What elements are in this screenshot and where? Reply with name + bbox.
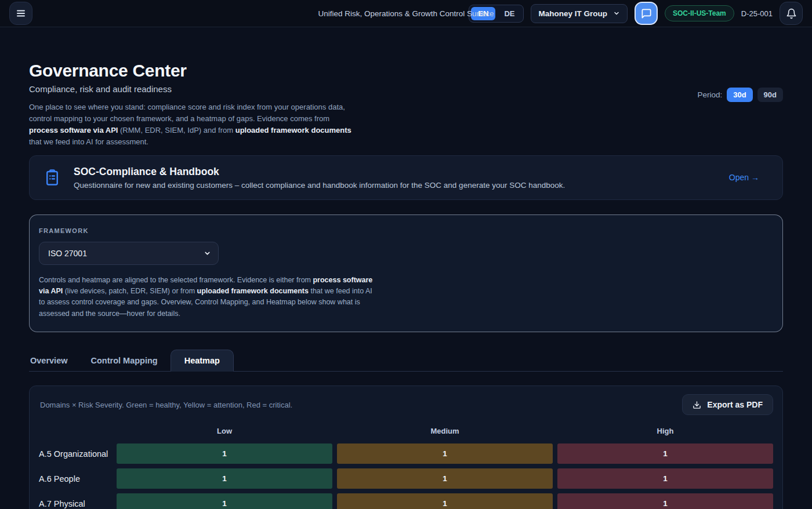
soc-compliance-card[interactable]: SOC-Compliance & Handbook Questionnaire … [29, 155, 783, 200]
framework-select[interactable]: ISO 27001 [39, 242, 219, 265]
fw-desc-bold: uploaded framework documents [197, 287, 309, 295]
fw-desc-text: Controls and heatmap are aligned to the … [39, 276, 313, 284]
tab-control-mapping[interactable]: Control Mapping [90, 350, 159, 371]
heatmap-col-low: Low [117, 422, 332, 439]
page-header-text: Governance Center Compliance, risk and a… [29, 61, 357, 148]
lang-de-button[interactable]: DE [497, 7, 521, 20]
period-label: Period: [697, 90, 722, 99]
desc-text: (RMM, EDR, SIEM, IdP) and from [118, 126, 235, 134]
heatmap-panel: Domains × Risk Severity. Green = healthy… [29, 386, 783, 509]
page-subtitle: Compliance, risk and audit readiness [29, 84, 357, 94]
heatmap-cell-a5-high[interactable]: 1 [557, 443, 773, 464]
org-select[interactable]: Mahoney IT Group [531, 4, 628, 23]
heatmap-cell-a6-medium[interactable]: 1 [337, 468, 553, 489]
page-description: One place to see where you stand: compli… [29, 101, 357, 148]
export-pdf-button[interactable]: Export as PDF [682, 394, 773, 415]
export-pdf-label: Export as PDF [707, 400, 763, 409]
desc-text: that we feed into AI for assessment. [29, 137, 148, 146]
heatmap-cell-a7-low[interactable]: 1 [117, 493, 332, 509]
heatmap-cell-a7-medium[interactable]: 1 [337, 493, 553, 509]
heatmap-cell-a5-low[interactable]: 1 [117, 443, 332, 464]
framework-select-wrap: ISO 27001 [39, 242, 219, 265]
topbar-controls: EN DE Mahoney IT Group SOC-II-US-Team D-… [469, 2, 803, 25]
chevron-down-icon [613, 10, 620, 17]
menu-button[interactable] [9, 2, 32, 25]
heatmap-row-label: A.5 Organizational [39, 449, 112, 459]
heatmap-row-label: A.7 Physical [39, 499, 112, 508]
soc-card-text: SOC-Compliance & Handbook Questionnaire … [74, 166, 565, 190]
doc-id: D-25-001 [741, 9, 773, 18]
heatmap-corner [39, 427, 112, 435]
desc-text: One place to see where you stand: compli… [29, 103, 345, 123]
team-badge: SOC-II-US-Team [665, 5, 734, 21]
heatmap-cell-a5-medium[interactable]: 1 [337, 443, 553, 464]
desc-bold: uploaded framework documents [235, 126, 351, 134]
framework-description: Controls and heatmap are aligned to the … [39, 275, 375, 320]
tab-overview[interactable]: Overview [29, 350, 69, 371]
page-header: Governance Center Compliance, risk and a… [29, 61, 783, 148]
heatmap-legend-note: Domains × Risk Severity. Green = healthy… [39, 401, 292, 409]
download-icon [693, 401, 701, 409]
soc-card-subtitle: Questionnaire for new and existing custo… [74, 181, 565, 190]
tab-heatmap[interactable]: Heatmap [171, 350, 234, 372]
tab-bar: Overview Control Mapping Heatmap [29, 350, 783, 372]
heatmap-col-medium: Medium [337, 422, 553, 439]
app-title: Unified Risk, Operations & Growth Contro… [318, 9, 494, 18]
clipboard-icon [44, 169, 61, 186]
period-90d-button[interactable]: 90d [757, 88, 783, 102]
hamburger-icon [16, 8, 26, 19]
heatmap-grid: Low Medium High A.5 Organizational 1 1 1… [39, 422, 773, 509]
org-select-value: Mahoney IT Group [538, 9, 607, 18]
topbar: Unified Risk, Operations & Growth Contro… [0, 0, 812, 27]
desc-bold: process software via API [29, 126, 118, 134]
heatmap-cell-a6-high[interactable]: 1 [557, 468, 773, 489]
bell-icon [786, 8, 797, 19]
period-selector: Period: 30d 90d [697, 88, 783, 102]
heatmap-row-label: A.6 People [39, 474, 112, 483]
period-30d-button[interactable]: 30d [727, 88, 752, 102]
heatmap-cell-a6-low[interactable]: 1 [117, 468, 332, 489]
chat-button[interactable] [635, 2, 658, 25]
heatmap-header: Domains × Risk Severity. Green = healthy… [39, 394, 773, 415]
framework-label: FRAMEWORK [39, 227, 773, 234]
chat-bubble-icon [641, 8, 652, 19]
notifications-button[interactable] [780, 2, 803, 25]
page-title: Governance Center [29, 61, 357, 81]
heatmap-cell-a7-high[interactable]: 1 [557, 493, 773, 509]
heatmap-col-high: High [557, 422, 773, 439]
main-content: Governance Center Compliance, risk and a… [0, 27, 812, 509]
soc-open-link[interactable]: Open → [729, 173, 768, 182]
framework-card: FRAMEWORK ISO 27001 Controls and heatmap… [29, 214, 783, 333]
fw-desc-text: (live devices, patch, EDR, SIEM) or from [63, 287, 197, 295]
soc-card-title: SOC-Compliance & Handbook [74, 166, 565, 178]
